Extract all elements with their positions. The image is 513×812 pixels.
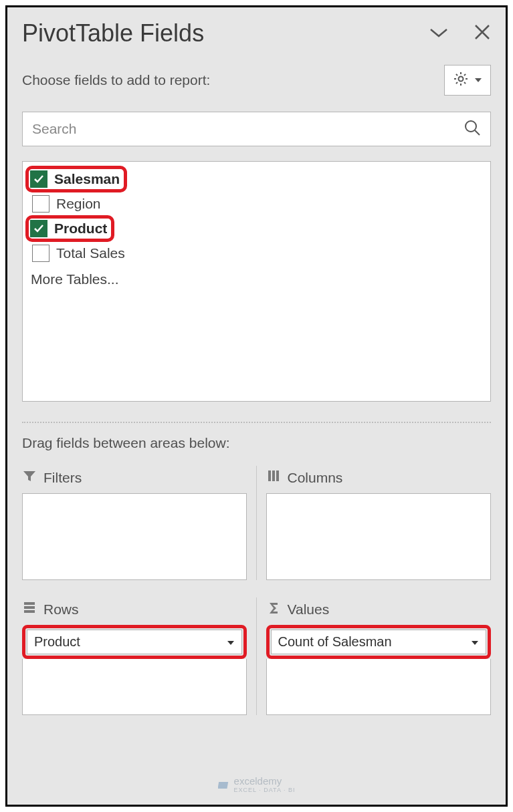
search-icon [464,119,481,139]
checkbox-product[interactable] [30,220,47,237]
gear-icon [453,71,469,90]
area-label: Filters [43,470,82,486]
divider [22,422,491,423]
area-label: Rows [43,601,79,618]
watermark-sub: EXCEL · DATA · BI [234,787,296,793]
rows-chip-highlight: Product [22,625,247,659]
values-dropzone[interactable] [266,659,492,715]
subtitle-row: Choose fields to add to report: [22,65,491,96]
areas-grid: Filters Columns Rows Product [22,466,491,715]
svg-rect-7 [24,606,35,609]
checkbox-region[interactable] [32,195,49,213]
svg-point-0 [459,77,464,82]
search-box[interactable] [22,112,491,146]
field-label: Salesman [54,171,120,187]
settings-button[interactable] [444,65,491,96]
columns-icon [266,468,281,487]
columns-header: Columns [266,466,492,493]
values-area: Values Count of Salesman [257,597,492,715]
panel-header: PivotTable Fields [22,19,491,47]
filters-header: Filters [22,466,247,493]
fields-list: Salesman Region Product Total Sales More… [22,161,491,402]
drag-instruction: Drag fields between areas below: [22,435,491,451]
filters-area: Filters [22,466,257,580]
field-item-product[interactable]: Product [25,215,114,242]
panel-title: PivotTable Fields [22,19,204,47]
values-chip-highlight: Count of Salesman [266,625,492,659]
field-item-total-sales[interactable]: Total Sales [28,242,488,265]
svg-rect-4 [272,470,275,481]
svg-line-2 [475,130,480,135]
watermark-name: exceldemy [234,775,296,787]
dropdown-caret-icon [227,634,235,650]
columns-area: Columns [257,466,492,580]
checkbox-total-sales[interactable] [32,245,49,262]
sigma-icon [266,600,281,618]
svg-rect-5 [276,470,279,481]
svg-rect-6 [24,602,35,605]
collapse-icon[interactable] [428,25,449,41]
dropdown-caret-icon [474,74,482,86]
dropdown-caret-icon [471,634,479,650]
more-tables-link[interactable]: More Tables... [25,265,488,287]
values-chip[interactable]: Count of Salesman [271,630,487,654]
area-label: Values [288,601,330,618]
svg-rect-8 [24,610,35,613]
rows-icon [22,600,37,618]
subtitle-text: Choose fields to add to report: [22,72,210,88]
rows-chip[interactable]: Product [27,630,242,654]
field-item-salesman[interactable]: Salesman [25,166,127,192]
columns-dropzone[interactable] [266,493,492,580]
filters-dropzone[interactable] [22,493,247,580]
header-icons [428,23,491,43]
watermark: exceldemy EXCEL · DATA · BI [218,775,296,793]
area-label: Columns [288,470,343,486]
field-item-region[interactable]: Region [28,192,488,215]
field-label: Product [54,221,107,237]
rows-dropzone[interactable] [22,659,247,715]
close-icon[interactable] [474,23,491,43]
rows-header: Rows [22,597,247,625]
values-header: Values [266,597,492,625]
search-input[interactable] [32,121,464,137]
svg-point-1 [466,121,476,132]
filter-icon [22,468,37,487]
field-label: Region [56,196,101,212]
field-label: Total Sales [56,245,125,261]
svg-rect-9 [218,782,228,789]
pivot-fields-panel: PivotTable Fields Choose fields to add t… [5,5,508,807]
checkbox-salesman[interactable] [30,170,47,188]
chip-label: Product [34,634,80,650]
svg-rect-3 [268,470,271,481]
chip-label: Count of Salesman [278,634,392,650]
rows-area: Rows Product [22,597,257,715]
